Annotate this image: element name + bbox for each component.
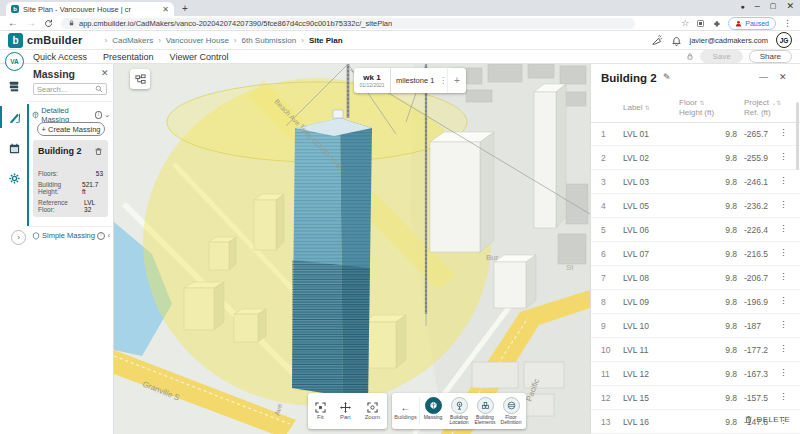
row-menu-icon[interactable]: ⋮: [779, 367, 788, 377]
table-row[interactable]: 3 LVL 03 9.8 -246.1 ⋮: [591, 170, 800, 194]
row-menu-icon[interactable]: ⋮: [779, 223, 788, 233]
browser-tab[interactable]: b Site Plan - Vancouver House | cr ✕: [6, 2, 174, 16]
table-row[interactable]: 1 LVL 01 9.8 -265.7 ⋮: [591, 122, 800, 146]
menu-quick-access[interactable]: Quick Access: [33, 52, 87, 62]
breadcrumb-item[interactable]: CadMakers: [112, 36, 153, 45]
table-row[interactable]: 8 LVL 09 9.8 -196.9 ⋮: [591, 290, 800, 314]
row-menu-icon[interactable]: ⋮: [779, 295, 788, 305]
search-input[interactable]: Search...: [33, 83, 107, 95]
browser-reload-icon[interactable]: [44, 19, 53, 28]
row-menu-icon[interactable]: ⋮: [779, 199, 788, 209]
tab-close-icon[interactable]: ✕: [162, 5, 169, 14]
col-header-floor-height[interactable]: Floor ⇅Height (ft): [679, 98, 714, 118]
table-row[interactable]: 9 LVL 10 9.8 -187 ⋮: [591, 314, 800, 338]
mode-building-elements-button[interactable]: Building Elements: [472, 397, 498, 426]
chevron-down-icon[interactable]: ⌄: [104, 111, 110, 119]
week-indicator[interactable]: wk 1 01/12/2021: [354, 68, 391, 93]
trash-icon[interactable]: [94, 147, 103, 156]
mode-building-location-button[interactable]: Building Location: [446, 397, 472, 426]
massing-panel-close-icon[interactable]: ✕: [101, 68, 109, 78]
whats-new-party-icon[interactable]: [651, 34, 663, 46]
window-minimize-button[interactable]: –: [755, 1, 760, 11]
app-logo-icon[interactable]: b: [8, 33, 23, 48]
extensions-puzzle-icon[interactable]: [712, 19, 721, 28]
extension-icon[interactable]: [696, 19, 705, 28]
sidebar-item-schedule[interactable]: [6, 140, 22, 156]
app-logo-text[interactable]: cmBuilder: [27, 34, 83, 46]
table-row[interactable]: 5 LVL 06 9.8 -226.4 ⋮: [591, 218, 800, 242]
bookmark-star-icon[interactable]: ☆: [681, 18, 689, 28]
row-menu-icon[interactable]: ⋮: [779, 271, 788, 281]
menu-presentation[interactable]: Presentation: [103, 52, 154, 62]
table-row[interactable]: 2 LVL 02 9.8 -255.9 ⋮: [591, 146, 800, 170]
row-menu-icon[interactable]: ⋮: [779, 319, 788, 329]
viewport-canvas[interactable]: Granville S Pacific Ave Beach Ave Temp C…: [114, 64, 590, 434]
sort-icon[interactable]: ⇅: [776, 100, 781, 106]
row-menu-icon[interactable]: ⋮: [779, 175, 788, 185]
close-panel-icon[interactable]: ✕: [779, 72, 787, 82]
user-email[interactable]: javier@cadmakers.com: [690, 36, 768, 45]
massing-card-building-2[interactable]: Building 2 Floors:53 Building Height:521…: [33, 140, 108, 217]
table-row[interactable]: 6 LVL 07 9.8 -216.5 ⋮: [591, 242, 800, 266]
breadcrumb-item[interactable]: Vancouver House: [166, 36, 229, 45]
sort-icon[interactable]: ⇅: [645, 105, 650, 111]
table-row[interactable]: 10 LVL 11 9.8 -177.2 ⋮: [591, 338, 800, 362]
table-row[interactable]: 7 LVL 08 9.8 -206.7 ⋮: [591, 266, 800, 290]
table-scrollbar[interactable]: [796, 102, 799, 170]
col-header-label[interactable]: Label ⇅: [623, 103, 650, 113]
breadcrumb-separator: ›: [301, 36, 304, 45]
zoom-button[interactable]: Zoom: [365, 402, 380, 420]
table-row[interactable]: 11 LVL 12 9.8 -167.3 ⋮: [591, 362, 800, 386]
level-label: LVL 05: [623, 201, 649, 211]
save-button[interactable]: Save: [700, 50, 742, 63]
share-button[interactable]: Share: [749, 50, 792, 63]
row-menu-icon[interactable]: ⋮: [779, 391, 788, 401]
browser-back-button[interactable]: ←: [8, 18, 18, 28]
sidebar-item-settings[interactable]: [6, 170, 22, 186]
minimize-panel-icon[interactable]: —: [759, 72, 768, 82]
row-menu-icon[interactable]: ⋮: [779, 247, 788, 257]
info-icon[interactable]: i: [95, 111, 102, 119]
table-row[interactable]: 4 LVL 05 9.8 -236.2 ⋮: [591, 194, 800, 218]
row-menu-icon[interactable]: ⋮: [779, 151, 788, 161]
url-field[interactable]: app.cmbuilder.io/CadMakers/vanco-2020420…: [61, 18, 635, 29]
milestone-selector[interactable]: milestone 1 ⋮: [391, 68, 447, 93]
create-massing-button[interactable]: + Create Massing: [37, 122, 105, 136]
pan-button[interactable]: Pan: [340, 402, 351, 420]
breadcrumb-item[interactable]: 6th Submission: [242, 36, 297, 45]
chevron-collapsed-icon[interactable]: ‹: [108, 232, 110, 239]
sidebar-item-massing-tools[interactable]: [6, 109, 22, 125]
row-menu-icon[interactable]: ⋮: [779, 127, 788, 137]
window-maximize-button[interactable]: ▢: [770, 2, 777, 10]
week-label: wk 1: [363, 73, 380, 82]
delete-button[interactable]: DELETE: [744, 415, 790, 424]
floor-height-value: 9.8: [679, 129, 737, 139]
col-header-project-ref[interactable]: Project ⌄⇅Ref. (ft): [744, 98, 781, 118]
window-close-button[interactable]: ✕: [786, 1, 794, 11]
expand-rail-button[interactable]: ›: [11, 230, 26, 245]
table-row[interactable]: 12 LVL 15 9.8 -157.5 ⋮: [591, 386, 800, 410]
sort-icon[interactable]: ⇅: [699, 100, 704, 106]
milestone-menu-icon[interactable]: ⋮: [439, 76, 447, 85]
simple-massing-section-header[interactable]: Simple Massing i ‹: [32, 231, 110, 240]
profile-paused-button[interactable]: Paused: [728, 17, 776, 30]
edit-pencil-icon[interactable]: ✎: [663, 72, 671, 82]
mode-massing-button[interactable]: Massing: [420, 397, 446, 426]
user-avatar[interactable]: JG: [776, 32, 792, 48]
hierarchy-button[interactable]: [130, 69, 150, 89]
browser-menu-icon[interactable]: ⋮: [783, 18, 792, 28]
workspace-avatar[interactable]: VA: [5, 52, 24, 71]
level-label: LVL 07: [623, 249, 649, 259]
browser-forward-button[interactable]: →: [26, 18, 36, 28]
new-tab-button[interactable]: +: [182, 3, 188, 14]
back-to-buildings-button[interactable]: ← Buildings: [392, 397, 420, 425]
add-milestone-button[interactable]: +: [447, 68, 466, 93]
info-icon[interactable]: i: [97, 232, 105, 240]
menu-viewer-control[interactable]: Viewer Control: [170, 52, 229, 62]
row-menu-icon[interactable]: ⋮: [779, 343, 788, 353]
fit-button[interactable]: Fit: [315, 402, 326, 420]
notifications-bell-icon[interactable]: [671, 35, 682, 46]
toolbar-expand-caret[interactable]: ∧: [364, 385, 369, 393]
mode-floor-definition-button[interactable]: Floor Definition: [498, 397, 524, 426]
sidebar-item-library[interactable]: [6, 78, 22, 94]
